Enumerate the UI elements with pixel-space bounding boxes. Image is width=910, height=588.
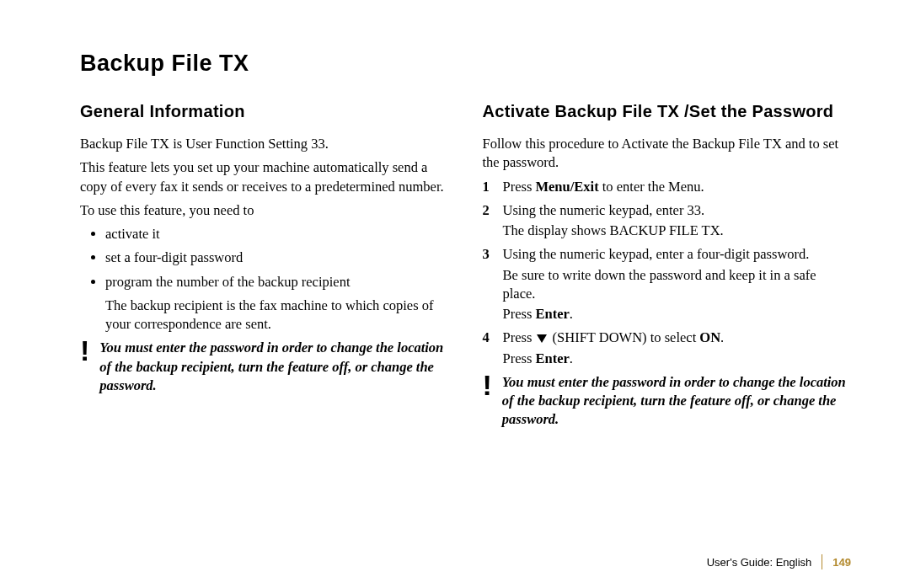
step-text: (SHIFT DOWN) to select (549, 329, 699, 345)
bold-label: Enter (535, 350, 569, 366)
sub-paragraph: The backup recipient is the fax machine … (105, 297, 449, 334)
step-text: Using the numeric keypad, enter 33. (503, 202, 705, 218)
numbered-steps: Press Menu/Exit to enter the Menu. Using… (483, 178, 852, 368)
step-subtext: The display shows BACKUP FILE TX. (503, 222, 852, 240)
bold-label: ON (699, 329, 720, 345)
list-item: activate it (105, 225, 449, 243)
two-column-layout: General Information Backup File TX is Us… (80, 100, 851, 554)
list-item: set a four-digit password (105, 249, 449, 267)
paragraph: Backup File TX is User Function Setting … (80, 135, 449, 153)
right-column: Activate Backup File TX /Set the Passwor… (483, 100, 852, 554)
step-4: Press (SHIFT DOWN) to select ON. Press E… (483, 329, 852, 368)
paragraph: This feature lets you set up your machin… (80, 158, 449, 196)
document-page: Backup File TX General Information Backu… (0, 0, 910, 588)
important-note: ! You must enter the password in order t… (483, 373, 852, 430)
note-text: You must enter the password in order to … (502, 373, 851, 430)
step-subtext: Press Enter. (503, 305, 852, 323)
down-triangle-icon (537, 334, 547, 343)
exclamation-icon: ! (80, 339, 89, 363)
list-item: program the number of the backup recipie… (105, 273, 449, 291)
footer-guide-label: User's Guide: English (707, 556, 812, 569)
left-column: General Information Backup File TX is Us… (80, 100, 449, 554)
paragraph: Follow this procedure to Activate the Ba… (483, 135, 852, 173)
step-3: Using the numeric keypad, enter a four-d… (483, 245, 852, 323)
footer-divider (822, 554, 822, 569)
bullet-list: activate it set a four-digit password pr… (80, 225, 449, 291)
step-subtext: Be sure to write down the password and k… (503, 266, 852, 304)
step-subtext: Press Enter. (503, 350, 852, 368)
exclamation-icon: ! (483, 373, 492, 398)
paragraph: To use this feature, you need to (80, 201, 449, 220)
bold-label: Enter (535, 306, 569, 322)
step-text: Using the numeric keypad, enter a four-d… (503, 246, 810, 262)
page-title: Backup File TX (80, 51, 851, 77)
step-1: Press Menu/Exit to enter the Menu. (483, 178, 852, 196)
step-text: Press (503, 329, 536, 345)
step-text: Press (503, 179, 536, 195)
page-number: 149 (832, 556, 851, 569)
important-note: ! You must enter the password in order t… (80, 339, 449, 395)
note-text: You must enter the password in order to … (99, 339, 448, 395)
step-text: to enter the Menu. (599, 179, 704, 195)
step-2: Using the numeric keypad, enter 33. The … (483, 201, 852, 241)
page-footer: User's Guide: English 149 (707, 554, 851, 569)
section-heading-general: General Information (80, 100, 449, 123)
section-heading-activate: Activate Backup File TX /Set the Passwor… (483, 100, 852, 123)
bold-label: Menu/Exit (535, 179, 598, 195)
